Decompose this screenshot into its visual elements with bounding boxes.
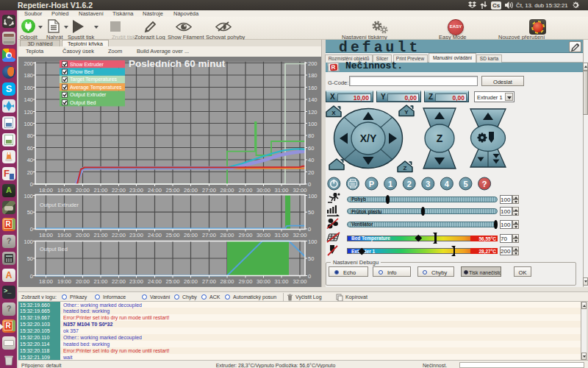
- svg-text:Output Bed: Output Bed: [40, 246, 68, 252]
- svg-text:?: ?: [482, 180, 487, 188]
- svg-text:24:00: 24:00: [148, 278, 162, 285]
- svg-text:80: 80: [308, 132, 314, 139]
- svg-text:21:00: 21:00: [94, 278, 108, 285]
- svg-text:Target Temperatures: Target Temperatures: [70, 77, 118, 82]
- svg-text:26:00: 26:00: [184, 187, 198, 194]
- svg-text:23:00: 23:00: [129, 278, 143, 285]
- svg-text:23:00: 23:00: [129, 232, 143, 238]
- svg-text:Output Extruder: Output Extruder: [70, 92, 107, 98]
- svg-text:Z: Z: [404, 165, 407, 171]
- svg-text:25:00: 25:00: [166, 232, 180, 238]
- svg-text:19:00: 19:00: [57, 187, 71, 194]
- svg-text:0: 0: [30, 226, 33, 233]
- svg-text:P: P: [369, 180, 374, 188]
- svg-text:31:00: 31:00: [275, 278, 289, 285]
- svg-text:20:00: 20:00: [76, 232, 90, 238]
- svg-text:100: 100: [308, 121, 318, 127]
- svg-text:Show Bed: Show Bed: [70, 69, 93, 74]
- svg-text:29:00: 29:00: [239, 278, 253, 285]
- svg-text:32:00: 32:00: [293, 278, 307, 285]
- svg-text:50: 50: [308, 209, 314, 216]
- svg-text:18:00: 18:00: [39, 232, 53, 238]
- svg-text:100: 100: [24, 121, 33, 127]
- svg-text:29:00: 29:00: [239, 232, 253, 238]
- svg-text:32:00: 32:00: [293, 232, 307, 238]
- svg-text:28:00: 28:00: [220, 278, 234, 285]
- svg-text:29:00: 29:00: [239, 187, 253, 194]
- svg-text:5: 5: [463, 180, 467, 188]
- svg-text:20:00: 20:00: [76, 278, 90, 285]
- svg-text:40: 40: [27, 157, 33, 163]
- svg-text:24:00: 24:00: [148, 232, 162, 238]
- svg-text:50: 50: [27, 255, 33, 262]
- svg-text:21:00: 21:00: [94, 187, 108, 194]
- svg-text:180: 180: [308, 72, 318, 79]
- svg-text:26:00: 26:00: [184, 278, 198, 285]
- svg-text:0: 0: [30, 273, 33, 280]
- svg-text:50: 50: [27, 209, 33, 216]
- svg-text:180: 180: [24, 72, 33, 79]
- svg-text:25:00: 25:00: [166, 187, 180, 194]
- svg-text:30:00: 30:00: [257, 187, 270, 194]
- svg-text:0: 0: [308, 226, 311, 233]
- svg-text:80: 80: [27, 132, 33, 139]
- svg-text:100: 100: [308, 193, 318, 199]
- svg-text:20:00: 20:00: [76, 187, 90, 194]
- svg-text:22:00: 22:00: [112, 278, 126, 285]
- svg-text:160: 160: [24, 85, 33, 91]
- svg-text:200: 200: [308, 60, 318, 67]
- svg-text:20: 20: [308, 169, 314, 176]
- svg-text:0: 0: [308, 273, 311, 280]
- svg-text:4: 4: [445, 180, 450, 188]
- svg-text:22:00: 22:00: [112, 232, 126, 238]
- svg-text:19:00: 19:00: [57, 278, 71, 285]
- svg-text:Z: Z: [437, 132, 443, 144]
- svg-text:27:00: 27:00: [202, 232, 216, 238]
- svg-text:0: 0: [308, 181, 311, 188]
- svg-text:30:00: 30:00: [257, 278, 270, 285]
- svg-text:100: 100: [24, 238, 33, 245]
- svg-text:160: 160: [308, 85, 318, 91]
- svg-text:28:00: 28:00: [220, 232, 234, 238]
- svg-text:3: 3: [426, 180, 430, 188]
- svg-text:24:00: 24:00: [148, 187, 162, 194]
- svg-text:19:00: 19:00: [57, 232, 71, 238]
- svg-text:Show Extruder: Show Extruder: [70, 62, 104, 67]
- svg-text:Y: Y: [404, 109, 409, 116]
- svg-text:140: 140: [308, 96, 318, 103]
- svg-text:22:00: 22:00: [112, 187, 126, 194]
- svg-text:18:00: 18:00: [39, 278, 53, 285]
- svg-text:140: 140: [24, 96, 33, 103]
- svg-text:100: 100: [24, 193, 33, 199]
- svg-text:18:00: 18:00: [39, 187, 53, 194]
- svg-text:0: 0: [30, 181, 33, 188]
- svg-text:31:00: 31:00: [275, 187, 289, 194]
- svg-text:120: 120: [308, 109, 318, 116]
- svg-text:32:00: 32:00: [293, 187, 307, 194]
- svg-text:X: X: [331, 110, 336, 116]
- svg-text:30:00: 30:00: [257, 232, 270, 238]
- svg-text:26:00: 26:00: [184, 232, 198, 238]
- svg-text:X/Y: X/Y: [360, 132, 377, 144]
- svg-text:31:00: 31:00: [275, 232, 289, 238]
- svg-text:Output Bed: Output Bed: [70, 100, 96, 106]
- svg-text:Posledních 60 minut: Posledních 60 minut: [129, 58, 226, 69]
- svg-text:Output Extruder: Output Extruder: [40, 202, 79, 208]
- svg-text:100: 100: [308, 238, 318, 245]
- svg-text:60: 60: [27, 145, 33, 152]
- svg-text:25:00: 25:00: [166, 278, 180, 285]
- svg-text:21:00: 21:00: [94, 232, 108, 238]
- svg-text:50: 50: [308, 255, 314, 262]
- svg-text:1: 1: [388, 180, 392, 188]
- svg-text:20: 20: [27, 169, 33, 176]
- svg-text:40: 40: [308, 157, 314, 163]
- svg-text:2: 2: [407, 180, 412, 188]
- svg-text:27:00: 27:00: [202, 187, 216, 194]
- svg-text:60: 60: [308, 145, 314, 152]
- svg-text:28:00: 28:00: [220, 187, 234, 194]
- svg-text:200: 200: [24, 60, 33, 67]
- svg-text:27:00: 27:00: [202, 278, 216, 285]
- svg-text:120: 120: [24, 109, 33, 116]
- svg-text:Average Temperatures: Average Temperatures: [70, 85, 122, 91]
- svg-text:23:00: 23:00: [129, 187, 143, 194]
